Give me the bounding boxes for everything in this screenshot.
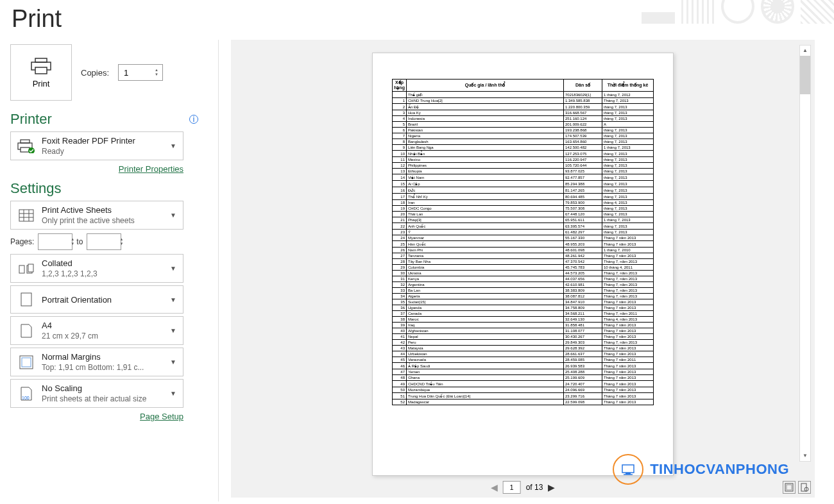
svg-rect-23 — [622, 465, 634, 473]
margins-dropdown[interactable]: Normal MarginsTop: 1,91 cm Bottom: 1,91 … — [10, 348, 183, 376]
svg-rect-15 — [21, 293, 31, 306]
page-preview: Xếp hạngQuốc gia / lãnh thổDân sốThời đi… — [372, 53, 674, 476]
print-what-dropdown[interactable]: Print Active SheetsOnly print the active… — [10, 201, 183, 230]
svg-rect-5 — [21, 147, 30, 152]
copies-label: Copies: — [81, 68, 109, 78]
to-label: to — [76, 237, 83, 246]
spinner-arrows[interactable]: ▲▼ — [151, 68, 162, 77]
svg-rect-12 — [19, 265, 24, 273]
copies-input[interactable] — [119, 68, 151, 78]
page-total: of 13 — [526, 483, 543, 492]
zoom-to-page-button[interactable] — [798, 481, 811, 494]
printer-icon — [30, 57, 52, 75]
chevron-down-icon: ▼ — [170, 358, 176, 365]
watermark-icon — [613, 454, 643, 485]
printer-heading: Printer i — [10, 111, 198, 128]
preview-scrollbar[interactable]: ▲ ▼ — [799, 45, 811, 462]
watermark-text: TINHOCVANPHONG — [650, 461, 789, 478]
scroll-down-button[interactable]: ▼ — [800, 451, 810, 461]
printer-name: Foxit Reader PDF Printer — [42, 136, 170, 146]
print-preview: Xếp hạngQuốc gia / lãnh thổDân sốThời đi… — [231, 40, 815, 498]
collate-dropdown[interactable]: Collated1,2,3 1,2,3 1,2,3 ▼ — [10, 254, 183, 283]
printer-status: Ready — [42, 147, 170, 156]
next-page-button[interactable]: ▶ — [548, 482, 555, 492]
scale-icon: 100 — [17, 385, 35, 403]
svg-rect-17 — [22, 358, 31, 367]
chevron-down-icon: ▼ — [170, 212, 176, 219]
svg-rect-14 — [28, 264, 33, 272]
scroll-thumb[interactable] — [800, 56, 810, 94]
page-title: Print — [12, 5, 198, 33]
watermark: TINHOCVANPHONG — [613, 454, 789, 485]
margins-icon — [17, 353, 35, 371]
pages-from-input[interactable]: ▲▼ — [38, 233, 72, 250]
info-icon[interactable]: i — [189, 115, 198, 124]
chevron-down-icon: ▼ — [170, 327, 176, 334]
sheets-icon — [17, 206, 35, 224]
pages-label: Pages: — [10, 237, 34, 246]
print-panel: Print Print Copies: ▲▼ Printer i Foxit R… — [0, 0, 208, 504]
copies-spinner[interactable]: ▲▼ — [118, 64, 163, 81]
svg-rect-20 — [787, 485, 792, 490]
printer-ready-icon — [17, 137, 35, 155]
pages-to-input[interactable]: ▲▼ — [87, 233, 121, 250]
printer-properties-link[interactable]: Printer Properties — [10, 164, 183, 174]
svg-text:100: 100 — [22, 396, 30, 400]
chevron-down-icon: ▼ — [170, 390, 176, 397]
svg-rect-2 — [35, 67, 47, 74]
chevron-down-icon: ▼ — [170, 142, 176, 149]
settings-heading: Settings — [10, 180, 198, 197]
chevron-down-icon: ▼ — [170, 296, 176, 303]
portrait-icon — [17, 290, 35, 308]
decorative-shapes — [642, 0, 834, 26]
paper-size-dropdown[interactable]: A421 cm x 29,7 cm ▼ — [10, 316, 183, 345]
print-button-label: Print — [33, 79, 50, 88]
svg-rect-7 — [19, 210, 33, 221]
svg-rect-4 — [21, 140, 30, 143]
panel-divider — [218, 40, 219, 501]
preview-data-table: Xếp hạngQuốc gia / lãnh thổDân sốThời đi… — [392, 79, 654, 405]
page-icon — [17, 322, 35, 340]
chevron-down-icon: ▼ — [170, 265, 176, 272]
page-setup-link[interactable]: Page Setup — [10, 412, 183, 421]
collate-icon — [17, 260, 35, 278]
printer-dropdown[interactable]: Foxit Reader PDF Printer Ready ▼ — [10, 131, 183, 160]
scroll-up-button[interactable]: ▲ — [800, 46, 810, 56]
prev-page-button[interactable]: ◀ — [491, 482, 498, 492]
print-button[interactable]: Print — [10, 44, 72, 101]
scaling-dropdown[interactable]: 100 No ScalingPrint sheets at their actu… — [10, 379, 183, 408]
page-navigation: ◀ of 13 ▶ — [491, 481, 556, 494]
page-number-input[interactable] — [503, 481, 521, 494]
svg-rect-1 — [35, 58, 47, 62]
orientation-dropdown[interactable]: Portrait Orientation ▼ — [10, 285, 183, 314]
